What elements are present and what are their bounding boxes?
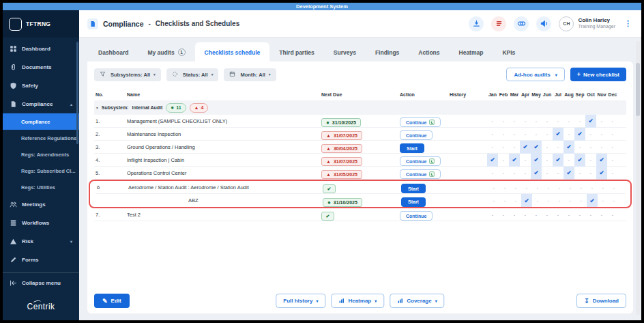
tab-third-parties[interactable]: Third parties [269,42,323,61]
green-dot-icon: ● [326,120,330,126]
month-empty-cell: - [487,208,498,221]
tab-actions[interactable]: Actions [409,42,449,61]
month-empty-cell: - [607,154,618,167]
table-row[interactable]: 3.Ground Operations / Handling▲30/04/202… [94,141,626,154]
month-check-cell[interactable]: ✔ [520,141,531,154]
table-row[interactable]: 4.Inflight Inspection | Cabin▲31/07/2025… [94,154,626,167]
continue-button[interactable]: Continue [400,169,441,179]
tab-dashboard[interactable]: Dashboard [89,42,138,61]
sidebar-item-collapse-menu[interactable]: Collapse menu [3,272,79,293]
continue-button[interactable]: Continue [400,117,441,127]
row-name: Aerodrome / Station Audit : Aerodrome / … [128,184,323,191]
activity-list-icon[interactable] [491,16,506,31]
link-icon[interactable] [514,16,529,31]
continue-button[interactable]: Continue [400,156,441,166]
month-check-cell[interactable]: ✔ [564,167,574,180]
sidebar-item-safety[interactable]: Safety [3,76,79,95]
heatmap-button[interactable]: Heatmap ▾ [331,294,384,308]
due-date: 31/07/2025 [334,159,357,164]
continue-button[interactable]: Continue [400,211,433,221]
tab-heatmap[interactable]: Heatmap [450,42,493,61]
month-check-cell[interactable]: ✔ [531,154,542,167]
month-check-cell[interactable]: ✔ [531,141,542,154]
month-check-cell[interactable]: ✔ [509,154,520,167]
edit-button[interactable]: ✎ Edit [94,294,130,308]
action-label: Continue [406,133,426,138]
month-check-cell[interactable]: ✔ [553,154,564,167]
month-check-cell[interactable]: ✔ [585,115,596,128]
sidebar-subitem-compliance[interactable]: Compliance [3,113,79,130]
kebab-menu-icon[interactable]: ⋮ [623,19,633,28]
start-button[interactable]: Start [400,143,424,153]
month-empty-cell: - [598,194,609,207]
month-col-header: Dec [607,92,618,97]
start-button[interactable]: Start [401,197,426,207]
month-check-cell[interactable]: ✔ [574,128,585,141]
sidebar-subitem-regs-amendments[interactable]: Regs: Amendments [3,146,79,163]
user-menu[interactable]: CH Colin Harley Training Manager [559,16,615,31]
table-row[interactable]: ABZ●31/10/2025Start---✔-----✔-- [96,194,625,207]
sidebar-item-documents[interactable]: Documents [3,58,79,76]
topbar-actions: CH Colin Harley Training Manager ⋮ [469,16,633,31]
tab-checklists-schedule[interactable]: Checklists schedule [195,42,270,61]
sidebar-item-meetings[interactable]: Meetings [3,195,79,214]
adhoc-audits-button[interactable]: Ad-hoc audits ▾ [506,68,564,81]
tab-surveys[interactable]: Surveys [324,42,366,61]
group-collapse-caret-icon[interactable]: ▾ [96,106,98,110]
start-button[interactable]: Start [401,184,426,193]
warning-triangle-icon: ▲ [326,146,331,151]
table-row[interactable]: 7.Test 2✔Continue------------ [94,208,626,221]
month-empty-cell: - [520,128,531,141]
month-check-cell[interactable]: ✔ [587,194,598,207]
tab-my-audits[interactable]: My audits1 [138,42,194,61]
tab-kpis[interactable]: KPIs [493,42,525,61]
adhoc-audits-label: Ad-hoc audits [514,72,550,78]
dashboard-icon [10,45,17,53]
col-no: No. [94,92,127,97]
month-check-cell[interactable]: ✔ [596,167,607,180]
table-row[interactable]: 1.Management (SAMPLE CHECKLIST ONLY)●31/… [94,115,626,128]
subsystem-group-row[interactable]: ▾ Subsystem: Internal Audit ● 11 ▲ 4 [94,100,626,115]
sidebar-item-forms[interactable]: Forms [3,251,79,269]
download-button[interactable]: ↧ Download [576,294,626,308]
chevron-down-icon: ▾ [375,298,377,303]
table-row[interactable]: 6Aerodrome / Station Audit : Aerodrome /… [96,181,625,194]
chevron-down-icon: ▾ [435,298,437,303]
month-check-cell[interactable]: ✔ [574,154,585,167]
full-history-button[interactable]: Full history ▾ [276,294,325,308]
sidebar-item-workflows[interactable]: Workflows [3,214,79,232]
sidebar-item-dashboard[interactable]: Dashboard [3,40,79,58]
month-check-cell[interactable]: ✔ [521,194,532,207]
tab-count-badge: 1 [178,48,186,56]
scrollbar-thumb[interactable] [636,63,640,116]
sidebar-subitem-regs-subscribed-cl-[interactable]: Regs: Subscribed Cl... [3,163,79,179]
month-check-cell[interactable]: ✔ [487,154,498,167]
filter-calendar[interactable]: Month: All▾ [224,68,276,81]
action-label: Continue [406,120,426,125]
sidebar-subitem-reference-regulations[interactable]: Reference Regulations [3,130,79,146]
month-empty-cell: - [585,154,596,167]
filter-funnel[interactable]: Subsystems: All▾ [94,68,161,81]
new-checklist-button[interactable]: + New checklist [570,68,626,81]
filter-status[interactable]: Status: All▾ [166,68,219,81]
action-label: Start [408,186,419,191]
month-check-cell[interactable]: ✔ [564,141,574,154]
continue-button[interactable]: Continue [400,130,433,140]
month-empty-cell: - [542,167,553,180]
sidebar-item-risk[interactable]: Risk▾ [3,232,79,251]
table-row[interactable]: 5.Operations Control Center▲31/05/2025Co… [94,167,626,180]
sidebar-item-compliance[interactable]: Compliance▴ [3,95,79,113]
month-empty-cell: - [487,167,498,180]
tab-findings[interactable]: Findings [366,42,409,61]
sidebar-subitem-regs-utilities[interactable]: Regs: Utilities [3,179,79,195]
due-date-overdue-badge: ▲31/07/2025 [321,157,362,166]
month-check-cell[interactable]: ✔ [531,167,542,180]
month-empty-cell: - [596,208,607,221]
download-tray-icon[interactable] [469,16,484,31]
month-check-cell[interactable]: ✔ [596,154,607,167]
month-check-cell[interactable]: ✔ [553,128,564,141]
page-scrollbar[interactable] [636,41,640,315]
table-row[interactable]: 2.Maintenance Inspection▲31/07/2025Conti… [94,128,626,141]
megaphone-icon[interactable] [536,16,551,31]
coverage-button[interactable]: Coverage ▾ [390,294,444,308]
